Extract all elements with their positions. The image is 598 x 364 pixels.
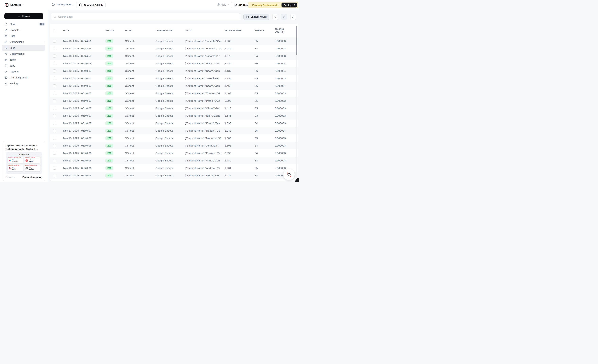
sidebar-item-deployments[interactable]: Deployments <box>0 51 48 57</box>
row-checkbox[interactable] <box>53 152 56 155</box>
download-button[interactable] <box>290 14 296 20</box>
row-checkbox[interactable] <box>53 92 56 95</box>
create-button[interactable]: Create <box>4 13 43 19</box>
time-range-button[interactable]: Last 24 hours <box>243 14 269 20</box>
folder-icon <box>52 3 55 6</box>
cell-tokens: 34 <box>255 159 275 162</box>
cell-input: {"Student Name":"Thomas","G <box>185 92 224 95</box>
cell-trigger-node: Google Sheets <box>155 174 185 177</box>
sidebar-item-jobs[interactable]: Jobs <box>0 63 48 69</box>
deploy-button[interactable]: Deploy <box>282 3 297 8</box>
refresh-button[interactable] <box>281 14 287 20</box>
row-checkbox[interactable] <box>53 62 56 65</box>
row-checkbox[interactable] <box>53 174 56 177</box>
sidebar-item-connections[interactable]: Connections <box>0 39 48 45</box>
integration-card-header: TWILIO INTEGRATION <box>8 164 24 166</box>
cell-trigger-node: Google Sheets <box>155 114 185 117</box>
table-row[interactable]: Nov 13, 2025 - 05:40:07200GSheetGoogle S… <box>50 120 298 127</box>
cell-process-time: 1.043 <box>224 129 255 132</box>
cell-tokens: 36 <box>255 84 275 88</box>
table-row[interactable]: Nov 13, 2025 - 05:40:07200GSheetGoogle S… <box>50 90 298 97</box>
cell-tokens-cost: 0.000003 <box>275 77 298 80</box>
row-checkbox[interactable] <box>53 99 56 102</box>
row-checkbox[interactable] <box>53 122 56 125</box>
project-name: Testing-New-… <box>56 3 75 6</box>
row-checkbox[interactable] <box>53 137 56 140</box>
cell-date: Nov 13, 2025 - 05:40:07 <box>63 107 105 110</box>
row-checkbox[interactable] <box>53 107 56 110</box>
connect-github-button[interactable]: Connect GitHub <box>76 2 106 8</box>
table-row[interactable]: Nov 13, 2025 - 05:44:56200GSheetGoogle S… <box>50 37 298 45</box>
cell-flow: GSheet <box>125 167 155 170</box>
sidebar-item-tests[interactable]: Tests <box>0 57 48 63</box>
table-row[interactable]: Nov 13, 2025 - 05:40:07200GSheetGoogle S… <box>50 127 298 134</box>
table-row[interactable]: Nov 13, 2025 - 05:40:07200GSheetGoogle S… <box>50 67 298 75</box>
row-checkbox[interactable] <box>53 40 56 43</box>
sidebar-item-reports[interactable]: Reports <box>0 69 48 74</box>
sidebar-item-prompts[interactable]: Prompts <box>0 27 48 33</box>
filter-button[interactable] <box>272 14 278 20</box>
table-row[interactable]: Nov 13, 2025 - 05:40:07200GSheetGoogle S… <box>50 75 298 82</box>
sidebar-item-data[interactable]: Data <box>0 33 48 39</box>
table-row[interactable]: Nov 13, 2025 - 05:40:07200GSheetGoogle S… <box>50 134 298 142</box>
sidebar-item-settings[interactable]: Settings <box>0 81 48 86</box>
row-checkbox[interactable] <box>53 129 56 132</box>
status-badge: 200 <box>105 121 113 125</box>
row-checkbox[interactable] <box>53 144 56 147</box>
cell-input: {"Student Name":"Mary","Gen <box>185 62 224 65</box>
row-checkbox[interactable] <box>53 69 56 73</box>
select-all-checkbox[interactable] <box>53 29 56 32</box>
table-icon <box>4 58 8 61</box>
row-checkbox[interactable] <box>53 167 56 170</box>
row-checkbox[interactable] <box>53 55 56 57</box>
column-header-input: INPUT <box>185 29 224 32</box>
create-label: Create <box>22 15 30 18</box>
cell-trigger-node: Google Sheets <box>155 152 185 155</box>
status-badge: 200 <box>105 91 113 95</box>
row-checkbox[interactable] <box>53 84 56 88</box>
sidebar-item-logs[interactable]: Logs <box>2 45 45 51</box>
table-row[interactable]: Nov 13, 2025 - 05:44:55200GSheetGoogle S… <box>50 52 298 60</box>
sidebar-item-flows[interactable]: Flows 293 <box>0 21 48 27</box>
cell-flow: GSheet <box>125 47 155 50</box>
chat-widget-button[interactable] <box>283 169 295 180</box>
table-row[interactable]: Nov 13, 2025 - 05:40:07200GSheetGoogle S… <box>50 112 298 120</box>
table-row[interactable]: Nov 13, 2025 - 05:40:06200GSheetGoogle S… <box>50 164 298 172</box>
row-checkbox[interactable] <box>53 77 56 80</box>
help-label: Help <box>221 3 226 6</box>
search-input[interactable] <box>58 15 238 18</box>
open-changelog-link[interactable]: Open changelog <box>22 176 42 178</box>
table-row[interactable]: Nov 13, 2025 - 05:44:56200GSheetGoogle S… <box>50 45 298 52</box>
scrollbar-thumb[interactable] <box>296 26 297 55</box>
brand[interactable]: Lamatic <box>4 3 25 7</box>
table-row[interactable]: Nov 13, 2025 - 05:40:06200GSheetGoogle S… <box>50 157 298 164</box>
pending-deployments-pill[interactable]: Pending Deployments Deploy <box>248 2 298 8</box>
sidebar-item-api-playground[interactable]: API Playground <box>0 74 48 81</box>
sidebar-item-label: Reports <box>10 70 19 73</box>
cell-date: Nov 13, 2025 - 05:40:08 <box>63 62 105 65</box>
row-checkbox[interactable] <box>53 159 56 162</box>
cell-process-time: 1.545 <box>224 114 255 117</box>
cell-input: {"Student Name":"Josephine" <box>185 77 224 80</box>
chevron-right-icon <box>43 41 45 43</box>
project-selector[interactable]: Testing-New-… <box>52 3 78 6</box>
table-row[interactable]: Nov 13, 2025 - 05:40:07200GSheetGoogle S… <box>50 97 298 105</box>
table-row[interactable]: Nov 13, 2025 - 05:40:06200GSheetGoogle S… <box>50 172 298 179</box>
row-checkbox[interactable] <box>53 47 56 50</box>
table-row[interactable]: Nov 13, 2025 - 05:40:08200GSheetGoogle S… <box>50 60 298 67</box>
row-checkbox[interactable] <box>53 114 56 117</box>
cell-tokens-cost: 0.000003 <box>275 114 298 117</box>
dismiss-link[interactable]: Dismiss <box>6 176 15 178</box>
cell-trigger-node: Google Sheets <box>155 62 185 65</box>
search-icon <box>53 15 57 18</box>
help-menu[interactable]: Help <box>217 3 229 6</box>
table-row[interactable]: Nov 13, 2025 - 05:40:07200GSheetGoogle S… <box>50 105 298 112</box>
gear-icon <box>4 82 8 85</box>
sidebar-item-label: Deployments <box>10 52 25 55</box>
table-row[interactable]: Nov 13, 2025 - 05:40:06200GSheetGoogle S… <box>50 142 298 149</box>
cell-date: Nov 13, 2025 - 05:44:55 <box>63 55 105 57</box>
cell-date: Nov 13, 2025 - 05:40:06 <box>63 152 105 155</box>
table-row[interactable]: Nov 13, 2025 - 05:40:06200GSheetGoogle S… <box>50 149 298 157</box>
table-row[interactable]: Nov 13, 2025 - 05:40:07200GSheetGoogle S… <box>50 82 298 90</box>
integration-app-name: SMTP <box>29 161 33 162</box>
